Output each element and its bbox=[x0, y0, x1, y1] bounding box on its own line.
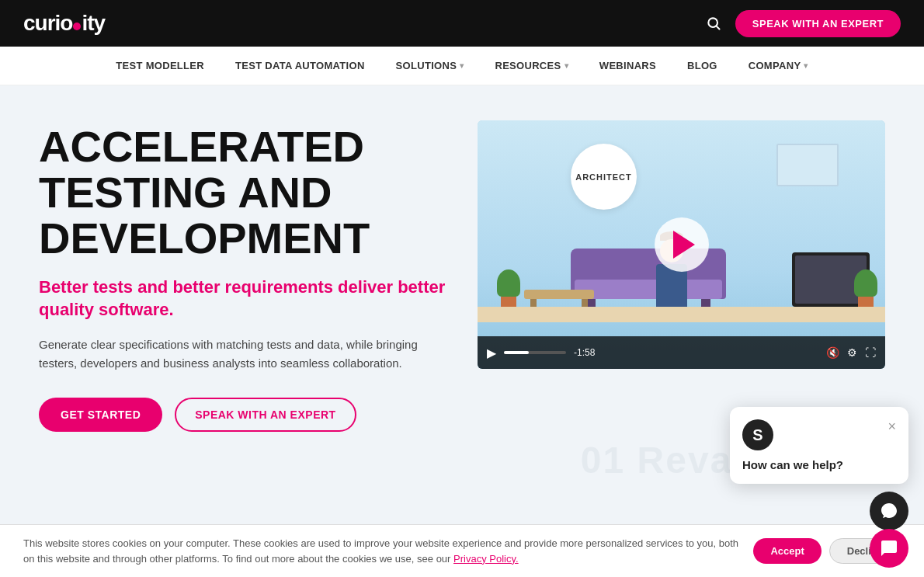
hero-title: ACCELERATED TESTING AND DEVELOPMENT bbox=[39, 124, 446, 261]
nav-item-resources[interactable]: RESOURCES ▾ bbox=[495, 60, 568, 71]
hero-video[interactable]: ARCHITECT bbox=[478, 120, 885, 369]
main-nav: TEST MODELLER TEST DATA AUTOMATION SOLUT… bbox=[0, 47, 924, 85]
video-settings-icon[interactable]: ⚙ bbox=[847, 346, 857, 359]
logo-dot bbox=[73, 23, 81, 30]
solutions-chevron-icon: ▾ bbox=[460, 61, 464, 70]
play-triangle-icon bbox=[673, 231, 695, 259]
speech-bubble: ARCHITECT bbox=[571, 144, 637, 210]
wall-panel bbox=[776, 144, 839, 186]
logo-text: curioity bbox=[23, 11, 105, 36]
get-started-button[interactable]: GET STARTED bbox=[39, 398, 162, 432]
search-icon bbox=[706, 16, 721, 31]
chat-logo: S bbox=[742, 419, 773, 450]
chat-bubble-svg-icon bbox=[880, 502, 898, 520]
chat-close-button[interactable]: × bbox=[888, 419, 896, 433]
company-chevron-icon: ▾ bbox=[804, 61, 808, 70]
chat-panel: S × How can we help? bbox=[730, 407, 908, 484]
video-play-icon[interactable]: ▶ bbox=[487, 346, 496, 360]
speak-expert-button[interactable]: SPEAK WITH AN EXPERT bbox=[735, 10, 901, 37]
chat-header: S × bbox=[742, 419, 896, 450]
hero-content: ACCELERATED TESTING AND DEVELOPMENT Bett… bbox=[39, 116, 446, 432]
nav-item-solutions[interactable]: SOLUTIONS ▾ bbox=[396, 60, 464, 71]
hero-description: Generate clear specifications with match… bbox=[39, 335, 446, 373]
video-controls: ▶ -1:58 🔇 ⚙ ⛶ bbox=[478, 336, 885, 369]
search-button[interactable] bbox=[706, 16, 721, 31]
hero-subtitle: Better tests and better requirements del… bbox=[39, 276, 446, 321]
resources-chevron-icon: ▾ bbox=[564, 61, 568, 70]
video-time: -1:58 bbox=[574, 347, 595, 358]
logo[interactable]: curioity bbox=[23, 11, 105, 36]
nav-item-test-modeller[interactable]: TEST MODELLER bbox=[116, 60, 204, 71]
chat-question: How can we help? bbox=[742, 458, 896, 471]
video-mute-icon[interactable]: 🔇 bbox=[826, 346, 839, 359]
video-progress-bar[interactable] bbox=[504, 351, 566, 354]
plant-right bbox=[858, 269, 877, 311]
video-progress-fill bbox=[504, 351, 529, 354]
video-play-button[interactable] bbox=[655, 217, 709, 272]
svg-line-1 bbox=[717, 26, 720, 30]
video-scene: ARCHITECT bbox=[478, 120, 885, 369]
hero-buttons: GET STARTED SPEAK WITH AN EXPERT bbox=[39, 398, 446, 432]
plant-left bbox=[501, 269, 520, 311]
hero-speak-expert-button[interactable]: SPEAK WITH AN EXPERT bbox=[175, 398, 356, 432]
video-fullscreen-icon[interactable]: ⛶ bbox=[865, 346, 876, 359]
nav-item-webinars[interactable]: WEBINARS bbox=[599, 60, 656, 71]
header: curioity SPEAK WITH AN EXPERT bbox=[0, 0, 924, 47]
floor bbox=[478, 307, 885, 322]
header-right: SPEAK WITH AN EXPERT bbox=[706, 10, 901, 37]
nav-item-blog[interactable]: BLOG bbox=[687, 60, 717, 71]
nav-item-test-data-automation[interactable]: TEST DATA AUTOMATION bbox=[235, 60, 365, 71]
nav-item-company[interactable]: COMPANY ▾ bbox=[749, 60, 808, 71]
